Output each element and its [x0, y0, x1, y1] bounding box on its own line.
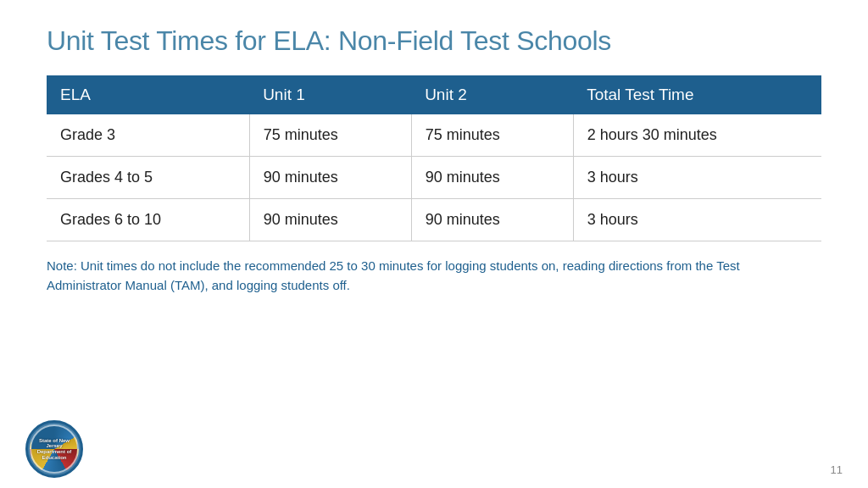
- cell-unit1: 75 minutes: [249, 114, 411, 157]
- seal-label: State of New Jersey Department of Educat…: [31, 438, 77, 460]
- slide-title: Unit Test Times for ELA: Non-Field Test …: [47, 25, 821, 57]
- cell-unit1: 90 minutes: [249, 199, 411, 241]
- cell-grade: Grade 3: [47, 114, 249, 157]
- data-table: ELA Unit 1 Unit 2 Total Test Time Grade …: [47, 75, 821, 241]
- cell-grade: Grades 4 to 5: [47, 157, 249, 199]
- table-row: Grade 3 75 minutes 75 minutes 2 hours 30…: [47, 114, 821, 157]
- table-header-row: ELA Unit 1 Unit 2 Total Test Time: [47, 75, 821, 114]
- cell-unit1: 90 minutes: [249, 157, 411, 199]
- cell-total: 3 hours: [573, 157, 821, 199]
- slide: Unit Test Times for ELA: Non-Field Test …: [0, 0, 868, 488]
- cell-total: 2 hours 30 minutes: [573, 114, 821, 157]
- cell-unit2: 90 minutes: [411, 199, 573, 241]
- cell-total: 3 hours: [573, 199, 821, 241]
- col-header-unit1: Unit 1: [249, 75, 411, 114]
- col-header-ela: ELA: [47, 75, 249, 114]
- cell-unit2: 75 minutes: [411, 114, 573, 157]
- table-row: Grades 4 to 5 90 minutes 90 minutes 3 ho…: [47, 157, 821, 199]
- nj-seal: State of New Jersey Department of Educat…: [25, 420, 83, 478]
- col-header-total: Total Test Time: [573, 75, 821, 114]
- cell-grade: Grades 6 to 10: [47, 199, 249, 241]
- page-number: 11: [831, 463, 843, 476]
- col-header-unit2: Unit 2: [411, 75, 573, 114]
- table-row: Grades 6 to 10 90 minutes 90 minutes 3 h…: [47, 199, 821, 241]
- note-text: Note: Unit times do not include the reco…: [47, 257, 784, 295]
- cell-unit2: 90 minutes: [411, 157, 573, 199]
